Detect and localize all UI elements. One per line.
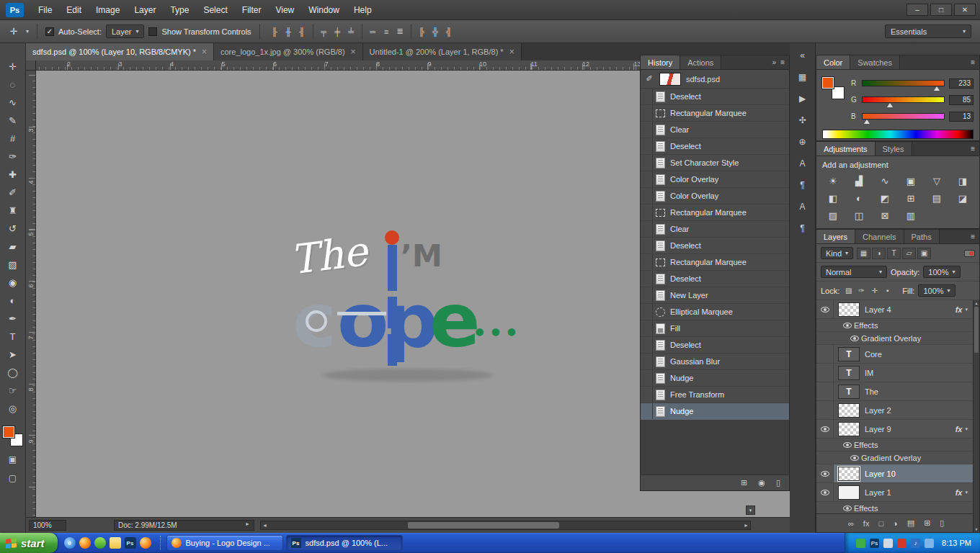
workspace-dropdown[interactable]: Essentials ▾ xyxy=(885,24,971,38)
channel-value[interactable]: 233 xyxy=(949,78,974,89)
tray-volume-icon[interactable]: ♪ xyxy=(911,539,920,548)
history-source-cell[interactable] xyxy=(641,221,653,237)
new-snapshot-icon[interactable]: ◉ xyxy=(758,478,765,487)
marquee-tool[interactable]: ◌ xyxy=(3,76,23,94)
history-state[interactable]: Rectangular Marquee xyxy=(641,105,789,122)
scroll-down-arrow-icon[interactable]: ▼ xyxy=(746,505,755,515)
tray-safely-remove-icon[interactable] xyxy=(883,539,893,548)
layer-thumbnail[interactable]: T xyxy=(838,385,860,399)
history-state[interactable]: Set Character Style xyxy=(641,155,789,171)
visibility-toggle[interactable] xyxy=(816,345,834,363)
clone-stamp-tool[interactable]: ♜ xyxy=(3,202,23,220)
tray-network-icon[interactable] xyxy=(925,539,934,548)
minimize-button[interactable]: – xyxy=(906,4,928,16)
gradient-tool[interactable]: ▧ xyxy=(3,256,23,274)
align-right-icon[interactable]: ╢ xyxy=(295,24,309,38)
visibility-toggle[interactable] xyxy=(848,451,861,464)
layer-effect-row[interactable]: Gradient Overlay xyxy=(816,332,973,345)
tab-close-icon[interactable]: × xyxy=(202,47,207,57)
layer-effect-row[interactable]: Gradient Overlay xyxy=(816,451,973,464)
lock-all-icon[interactable]: ▪ xyxy=(882,285,893,296)
visibility-toggle[interactable] xyxy=(841,502,854,513)
filter-toggle-icon[interactable] xyxy=(964,250,975,257)
internet-explorer-icon[interactable]: e xyxy=(64,537,76,549)
history-state[interactable]: Rectangular Marquee xyxy=(641,254,789,271)
photoshop-quicklaunch-icon[interactable]: Ps xyxy=(125,537,136,549)
scroll-right-arrow-icon[interactable]: ► xyxy=(742,521,750,529)
lasso-tool[interactable]: ∿ xyxy=(3,94,23,112)
distribute-left-icon[interactable]: ╠ xyxy=(415,24,429,38)
filter-adjustment-icon[interactable]: ◑ xyxy=(872,248,886,259)
taskbar-task[interactable]: Buying - Logo Design ... xyxy=(166,535,283,551)
character-styles-icon[interactable]: A xyxy=(793,199,812,214)
document-tab[interactable]: Untitled-1 @ 200% (Layer 1, RGB/8) *× xyxy=(363,43,522,60)
layer-row[interactable]: TIM xyxy=(816,364,973,382)
pen-tool[interactable]: ✒ xyxy=(3,310,23,328)
history-source-cell[interactable] xyxy=(641,155,653,171)
quick-selection-tool[interactable]: ✎ xyxy=(3,112,23,130)
visibility-toggle[interactable] xyxy=(816,364,834,382)
color-lookup-icon[interactable]: ▤ xyxy=(924,189,950,207)
distribute-center-icon[interactable]: ╬ xyxy=(429,24,442,38)
history-state[interactable]: New Layer xyxy=(641,287,789,304)
history-state[interactable]: Deselect xyxy=(641,138,789,155)
actions-panel-icon[interactable]: ▶ xyxy=(793,91,812,106)
history-state[interactable]: Deselect xyxy=(641,271,789,287)
history-state[interactable]: Color Overlay xyxy=(641,188,789,204)
paragraph-styles-icon[interactable]: ¶ xyxy=(793,220,812,235)
ellipse-tool[interactable]: ◯ xyxy=(3,364,23,382)
visibility-toggle[interactable] xyxy=(816,300,834,318)
history-brush-tool[interactable]: ↺ xyxy=(3,220,23,238)
fill-dropdown[interactable]: 100% ▾ xyxy=(918,284,955,297)
channel-value[interactable]: 13 xyxy=(949,112,974,122)
posterize-icon[interactable]: ▨ xyxy=(820,207,846,224)
ruler-corner[interactable] xyxy=(26,60,36,71)
filter-type-icon[interactable]: T xyxy=(887,248,901,259)
hand-tool[interactable]: ☞ xyxy=(3,382,23,400)
tab-styles[interactable]: Styles xyxy=(876,142,912,156)
history-source-cell[interactable] xyxy=(641,403,653,419)
lock-transparent-icon[interactable]: ▨ xyxy=(843,285,854,296)
panel-collapse-icon[interactable]: » xyxy=(772,58,777,66)
layer-row[interactable]: Layer 2 xyxy=(816,401,973,420)
visibility-toggle[interactable] xyxy=(841,319,854,331)
history-state[interactable]: Deselect xyxy=(641,238,789,254)
distribute-middle-icon[interactable]: ≡ xyxy=(380,24,393,38)
clone-source-icon[interactable]: ⊕ xyxy=(793,134,812,149)
layer-row[interactable]: Layer 10 xyxy=(816,464,973,483)
dodge-tool[interactable]: ◐ xyxy=(3,292,23,310)
layer-thumbnail[interactable] xyxy=(838,403,860,418)
fx-collapse-icon[interactable]: ▾ xyxy=(965,307,968,313)
path-selection-tool[interactable]: ➤ xyxy=(3,346,23,364)
slider-b[interactable] xyxy=(862,113,945,120)
visibility-toggle[interactable] xyxy=(816,483,834,501)
taskbar-task[interactable]: Pssdfsd.psd @ 100% (L... xyxy=(286,535,403,551)
document-info-field[interactable]: Doc: 2.99M/12.5M ► xyxy=(114,520,254,531)
close-button[interactable]: ✕ xyxy=(954,4,976,16)
tool-preset-caret-icon[interactable]: ▾ xyxy=(26,28,29,35)
vibrance-icon[interactable]: ▽ xyxy=(924,172,950,189)
menu-view[interactable]: View xyxy=(268,0,301,19)
layer-fx-badge[interactable]: fx xyxy=(956,488,963,497)
history-state[interactable]: Rectangular Marquee xyxy=(641,204,789,221)
history-source-cell[interactable] xyxy=(641,238,653,253)
lock-pixels-icon[interactable]: ✑ xyxy=(856,285,867,296)
tab-history[interactable]: History xyxy=(641,55,680,69)
history-panel-menu-icon[interactable]: ≡ xyxy=(780,58,785,66)
menu-edit[interactable]: Edit xyxy=(59,0,89,19)
browser-icon[interactable] xyxy=(140,537,151,549)
history-state[interactable]: Color Overlay xyxy=(641,171,789,188)
history-source-cell[interactable] xyxy=(641,320,653,336)
scroll-left-arrow-icon[interactable]: ◄ xyxy=(261,521,269,529)
history-source-cell[interactable] xyxy=(641,204,653,220)
distribute-bottom-icon[interactable]: ≣ xyxy=(393,24,407,38)
menu-filter[interactable]: Filter xyxy=(235,0,269,19)
tray-messenger-icon[interactable] xyxy=(856,539,865,548)
background-color-swatch[interactable] xyxy=(832,87,844,99)
tab-swatches[interactable]: Swatches xyxy=(850,55,900,69)
menu-help[interactable]: Help xyxy=(347,0,379,19)
layer-effect-row[interactable]: Effects xyxy=(816,319,973,332)
history-state[interactable]: Deselect xyxy=(641,89,789,105)
brush-tool[interactable]: ✐ xyxy=(3,184,23,202)
history-state[interactable]: Nudge xyxy=(641,370,789,387)
